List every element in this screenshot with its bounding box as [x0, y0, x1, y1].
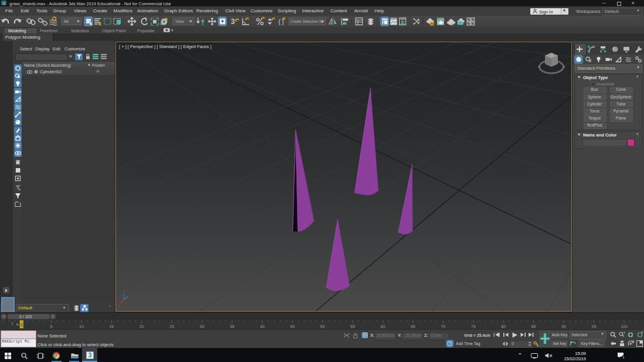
- svg-text:5: 5: [50, 325, 52, 329]
- svg-text:25: 25: [169, 325, 174, 329]
- svg-text:15: 15: [109, 325, 114, 329]
- svg-text:3: 3: [88, 352, 91, 358]
- svg-text:20: 20: [139, 325, 144, 329]
- svg-text:50: 50: [321, 325, 325, 329]
- svg-text:10: 10: [79, 325, 84, 329]
- svg-text:85: 85: [531, 325, 536, 329]
- svg-text:View: View: [175, 19, 185, 23]
- svg-text:x: x: [118, 304, 120, 308]
- svg-text:95: 95: [592, 325, 597, 329]
- svg-text:70: 70: [441, 325, 445, 329]
- svg-text:I: I: [12, 322, 13, 326]
- svg-text:0: 0: [21, 323, 23, 327]
- svg-text:80: 80: [501, 325, 506, 329]
- svg-text:z: z: [123, 289, 125, 292]
- svg-text:45: 45: [290, 325, 295, 329]
- svg-text:[ + ] [ Perspective ] [ Standa: [ + ] [ Perspective ] [ Standard ] [ Edg…: [119, 44, 212, 49]
- svg-text:35: 35: [230, 325, 234, 329]
- svg-text:Create Selection Se: Create Selection Se: [291, 19, 324, 23]
- svg-text:{: {: [278, 18, 281, 25]
- svg-text:30: 30: [200, 325, 205, 329]
- svg-text:40: 40: [260, 325, 265, 329]
- svg-text:60: 60: [381, 325, 386, 329]
- svg-text:100: 100: [621, 325, 628, 329]
- svg-text:3: 3: [231, 18, 235, 26]
- svg-text:55: 55: [350, 325, 355, 329]
- svg-text:↳: ↳: [16, 322, 19, 326]
- svg-text:75: 75: [471, 325, 476, 329]
- svg-text:All: All: [64, 19, 69, 23]
- svg-text:90: 90: [561, 325, 566, 329]
- svg-text:65: 65: [411, 325, 415, 329]
